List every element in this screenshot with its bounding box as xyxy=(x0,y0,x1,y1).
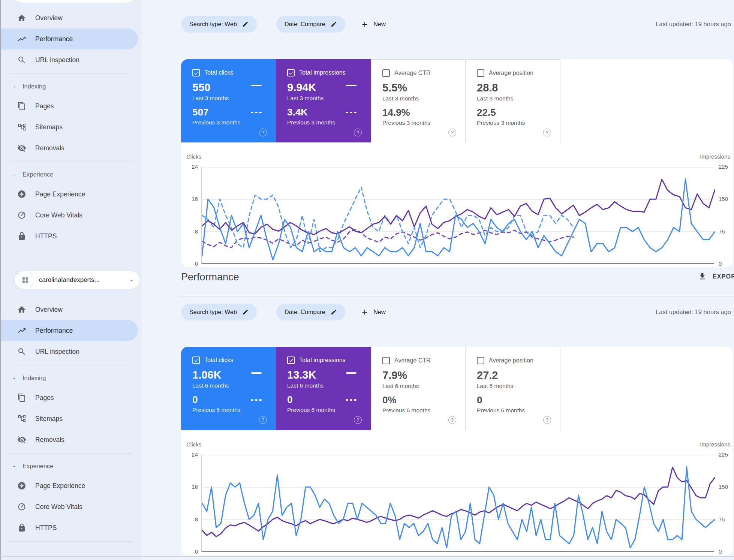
line-chart-svg xyxy=(202,167,715,264)
new-filter-button[interactable]: New xyxy=(361,16,386,33)
help-icon[interactable]: ? xyxy=(448,129,456,136)
help-icon[interactable]: ? xyxy=(259,129,267,136)
sidebar-group-indexing[interactable]: Indexing xyxy=(1,77,142,96)
left-axis-title: Clicks xyxy=(186,441,201,448)
sidebar-item-pages[interactable]: Pages xyxy=(1,387,142,408)
performance-panel-1: Total clicks550Last 3 months507Previous … xyxy=(181,59,733,267)
clicks-checkbox[interactable] xyxy=(192,69,200,76)
metric-card-ctr[interactable]: Average CTR5.5%Last 3 months14.9%Previou… xyxy=(371,59,466,142)
position-checkbox[interactable] xyxy=(477,69,484,77)
chart-plot-area[interactable] xyxy=(201,455,714,552)
star-circle-icon xyxy=(17,481,26,490)
sidebar-item-overview[interactable]: Overview xyxy=(1,299,142,320)
sidebar-item-removals[interactable]: Removals xyxy=(1,138,142,159)
chart-plot-area[interactable] xyxy=(201,167,714,264)
sidebar-item-label: Removals xyxy=(35,144,64,152)
help-icon[interactable]: ? xyxy=(543,129,551,136)
metric-cards-row: Total clicks1.06KLast 6 months0Previous … xyxy=(181,347,561,430)
sidebar-item-label: HTTPS xyxy=(35,524,57,532)
ctr-checkbox[interactable] xyxy=(382,357,390,364)
new-filter-button[interactable]: New xyxy=(361,304,386,320)
check-icon xyxy=(193,70,199,76)
main-content: Search type: Web Date: Compare New Last … xyxy=(142,0,734,560)
search-icon xyxy=(17,55,26,64)
metric-previous-value: 0 xyxy=(287,394,371,406)
metric-current-value: 9.94K xyxy=(287,81,371,94)
current-period-line-key xyxy=(251,85,262,86)
metric-title: Total impressions xyxy=(299,357,346,364)
eye-off-icon xyxy=(17,435,26,444)
sidebar-item-label: URL inspection xyxy=(35,56,79,64)
search-type-chip[interactable]: Search type: Web xyxy=(181,16,257,33)
pages-icon xyxy=(17,393,26,402)
sidebar-item-label: Sitemaps xyxy=(35,123,63,131)
sidebar-item-overview[interactable]: Overview xyxy=(1,7,142,28)
metric-card-position[interactable]: Average position28.8Last 3 months22.5Pre… xyxy=(466,59,560,142)
help-icon[interactable]: ? xyxy=(259,416,267,424)
right-axis-title: Impressions xyxy=(700,441,730,448)
ctr-checkbox[interactable] xyxy=(382,69,390,77)
sidebar-item-removals[interactable]: Removals xyxy=(1,429,142,450)
edit-pencil-icon xyxy=(242,21,249,27)
sidebar-item-sitemaps[interactable]: Sitemaps xyxy=(1,408,142,429)
sidebar-divider xyxy=(9,73,133,74)
metric-previous-value: 22.5 xyxy=(477,107,560,118)
metric-cards-row: Total clicks550Last 3 months507Previous … xyxy=(181,59,561,142)
y-tick: 24 xyxy=(181,163,198,170)
impressions-checkbox[interactable] xyxy=(287,69,295,76)
export-button[interactable]: EXPORT xyxy=(698,272,734,281)
sidebar-item-performance[interactable]: Performance xyxy=(1,28,138,49)
caret-down-icon xyxy=(12,173,16,177)
group-label: Indexing xyxy=(22,374,46,382)
y-tick: 0 xyxy=(181,548,198,555)
metric-card-position[interactable]: Average position27.2Last 6 months0Previo… xyxy=(466,347,560,430)
sidebar-item-core-web-vitals[interactable]: Core Web Vitals xyxy=(1,496,142,517)
search-type-chip[interactable]: Search type: Web xyxy=(181,304,257,320)
clicks-checkbox[interactable] xyxy=(192,356,200,364)
date-compare-chip[interactable]: Date: Compare xyxy=(276,16,345,33)
metric-previous-label: Previous 3 months xyxy=(382,120,465,126)
sidebar-item-pages[interactable]: Pages xyxy=(1,96,142,117)
sidebar-item-page-experience[interactable]: Page Experience xyxy=(1,475,142,496)
new-button-label: New xyxy=(373,308,386,316)
metric-card-ctr[interactable]: Average CTR7.9%Last 6 months0%Previous 6… xyxy=(371,347,466,430)
sidebar-item-sitemaps[interactable]: Sitemaps xyxy=(1,117,142,138)
pages-icon xyxy=(17,102,26,111)
sidebar-item-https[interactable]: HTTPS xyxy=(1,517,142,538)
sidebar-group-indexing[interactable]: Indexing xyxy=(1,368,142,387)
sidebar-divider xyxy=(9,162,133,162)
metric-previous-label: Previous 3 months xyxy=(192,119,276,126)
check-icon xyxy=(193,358,199,363)
sidebar-group-experience[interactable]: Experience xyxy=(1,165,142,184)
metric-card-clicks[interactable]: Total clicks1.06KLast 6 months0Previous … xyxy=(181,347,276,430)
y-tick: 0 xyxy=(719,548,722,555)
sidebar-item-url-inspection[interactable]: URL inspection xyxy=(1,341,142,362)
date-compare-chip[interactable]: Date: Compare xyxy=(276,304,345,320)
help-icon[interactable]: ? xyxy=(354,129,362,136)
property-selector-label: carolinalandexperts... xyxy=(39,276,129,284)
sidebar-item-core-web-vitals[interactable]: Core Web Vitals xyxy=(1,205,142,226)
position-checkbox[interactable] xyxy=(477,357,484,364)
metric-current-label: Last 3 months xyxy=(382,95,465,102)
sidebar-item-performance[interactable]: Performance xyxy=(1,320,138,341)
metric-current-label: Last 6 months xyxy=(477,383,560,389)
sidebar-item-https[interactable]: HTTPS xyxy=(1,226,142,247)
help-icon[interactable]: ? xyxy=(354,416,362,424)
metric-card-clicks[interactable]: Total clicks550Last 3 months507Previous … xyxy=(181,59,276,142)
help-icon[interactable]: ? xyxy=(448,416,456,424)
metric-card-impressions[interactable]: Total impressions13.3KLast 6 months0Prev… xyxy=(276,347,371,430)
check-icon xyxy=(288,358,294,363)
metric-previous-value: 0 xyxy=(192,394,276,406)
date-chip-label: Date: Compare xyxy=(285,21,325,28)
sidebar-item-url-inspection[interactable]: URL inspection xyxy=(1,49,142,70)
y-tick: 8 xyxy=(181,516,198,523)
property-selector[interactable]: carolinalandexperts... xyxy=(14,271,140,289)
sidebar-group-experience[interactable]: Experience xyxy=(1,457,142,475)
sidebar-item-page-experience[interactable]: Page Experience xyxy=(1,184,142,205)
impressions-checkbox[interactable] xyxy=(287,356,295,364)
help-icon[interactable]: ? xyxy=(543,416,551,424)
apps-grid-icon xyxy=(18,273,32,287)
metric-card-impressions[interactable]: Total impressions9.94KLast 3 months3.4KP… xyxy=(276,59,371,142)
metric-previous-value: 14.9% xyxy=(382,107,465,118)
chevron-down-icon xyxy=(129,278,134,282)
